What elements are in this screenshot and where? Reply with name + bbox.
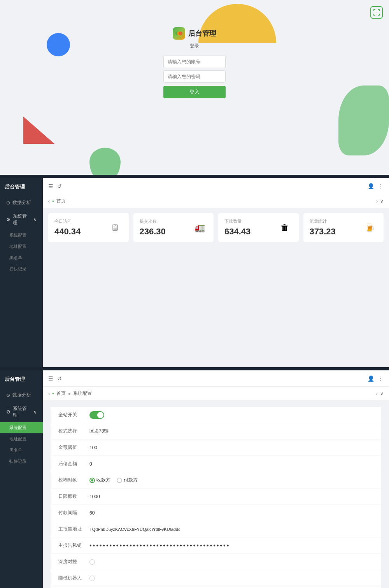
config-sidebar-sub-blacklist[interactable]: 黑名单 bbox=[0, 445, 43, 456]
stat-card-traffic: 流量统计 373.23 🍺 bbox=[303, 213, 384, 242]
collapse-icon[interactable]: ☰ bbox=[48, 183, 53, 189]
radio-payer-label: 付款方 bbox=[124, 477, 138, 483]
config-breadcrumb-dropdown-icon[interactable]: ∨ bbox=[380, 391, 384, 396]
form-row-match-object: 模糊对象 收款方 付款方 bbox=[51, 472, 381, 489]
stat-icon-traffic: 🍺 bbox=[362, 220, 377, 236]
stat-icon-visits: 🖥 bbox=[107, 220, 123, 236]
stat-icon-submissions: 🚛 bbox=[192, 220, 207, 236]
config-sidebar-sub-quick-record[interactable]: 扫快记录 bbox=[0, 456, 43, 467]
form-row-daily-limit: 日限额数 1000 bbox=[51, 489, 381, 505]
empty-area bbox=[43, 247, 389, 367]
nav-next-btn[interactable]: › bbox=[376, 199, 378, 204]
sidebar-sub-quick-record[interactable]: 扫快记录 bbox=[0, 263, 43, 275]
sys-manage-icon: ⚙ bbox=[6, 217, 11, 222]
radio-receiver-label: 收款方 bbox=[96, 477, 110, 483]
stat-card-downloads: 下载数量 634.43 🗑 bbox=[218, 213, 299, 242]
config-sidebar-sub-sys-config[interactable]: 系统配置 bbox=[0, 422, 43, 433]
config-user-icon[interactable]: 👤 bbox=[368, 375, 374, 382]
breadcrumb-dot: ● bbox=[52, 199, 54, 203]
stat-label-traffic: 流量统计 bbox=[310, 218, 336, 224]
divider-1 bbox=[0, 175, 389, 178]
sidebar-item-label-data-analysis: 数据分析 bbox=[12, 199, 31, 206]
config-nav-prev-btn[interactable]: ‹ bbox=[48, 391, 50, 396]
config-nav-next-btn[interactable]: › bbox=[376, 391, 378, 396]
login-button[interactable]: 登入 bbox=[163, 86, 226, 98]
form-row-main-key: 主报告私钥 ••••••••••••••••••••••••••••••••••… bbox=[51, 537, 381, 554]
random-machine-checkbox-input[interactable] bbox=[89, 576, 95, 581]
sidebar-item-sys-manage[interactable]: ⚙ 系统管理 ∧ bbox=[0, 209, 43, 230]
mode-select-label: 模式选择 bbox=[58, 428, 89, 434]
scan-icon[interactable] bbox=[370, 6, 383, 19]
refresh-icon[interactable]: ↺ bbox=[57, 183, 62, 189]
config-topbar-left: ☰ ↺ bbox=[48, 375, 62, 382]
mode-select-value: 区块73链 bbox=[89, 428, 373, 434]
config-sidebar-item-sys-manage[interactable]: ⚙ 系统管理 ∧ bbox=[0, 402, 43, 422]
config-sidebar-title: 后台管理 bbox=[0, 370, 43, 388]
form-row-random-machine: 随機机器人 bbox=[51, 570, 381, 586]
config-topbar-right: 👤 ⋮ bbox=[368, 375, 384, 382]
login-section: 后台管理 登录 登入 bbox=[0, 0, 389, 175]
breadcrumb-home[interactable]: 首页 bbox=[56, 198, 66, 204]
config-sidebar-sub-addr-config[interactable]: 地址配置 bbox=[0, 433, 43, 445]
config-sidebar: 后台管理 ⊙ 数据分析 ⚙ 系统管理 ∧ 系统配置 地址配置 黑名单 扫快记录 bbox=[0, 370, 43, 588]
stat-label-downloads: 下载数量 bbox=[224, 218, 251, 224]
sidebar-sub-blacklist[interactable]: 黑名单 bbox=[0, 252, 43, 263]
payment-interval-value: 60 bbox=[89, 510, 373, 516]
radio-item-receiver[interactable]: 收款方 bbox=[89, 477, 110, 483]
chevron-up-icon: ∧ bbox=[33, 217, 37, 222]
password-input[interactable] bbox=[163, 70, 226, 83]
global-switch-value bbox=[89, 411, 373, 419]
sidebar-item-label-sys-manage: 系统管理 bbox=[13, 213, 31, 226]
reward-label: 赔偿金额 bbox=[58, 461, 89, 467]
config-more-icon[interactable]: ⋮ bbox=[378, 375, 384, 382]
config-chevron-up-icon: ∧ bbox=[33, 409, 37, 415]
sidebar-item-data-analysis[interactable]: ⊙ 数据分析 bbox=[0, 196, 43, 209]
radio-payer-dot[interactable] bbox=[117, 478, 122, 483]
radio-item-payer[interactable]: 付款方 bbox=[117, 477, 138, 483]
config-breadcrumb-dot: ● bbox=[52, 392, 54, 395]
sidebar-sub-sys-config[interactable]: 系统配置 bbox=[0, 230, 43, 241]
config-sidebar-label-data-analysis: 数据分析 bbox=[12, 392, 31, 398]
reward-value: 0 bbox=[89, 461, 373, 467]
config-refresh-icon[interactable]: ↺ bbox=[57, 375, 62, 382]
amount-label: 金额阈值 bbox=[58, 444, 89, 451]
sidebar-sub-addr-config[interactable]: 地址配置 bbox=[0, 241, 43, 252]
form-submit-row: 全部提交 bbox=[51, 586, 381, 588]
match-object-label: 模糊对象 bbox=[58, 477, 89, 483]
topbar-left: ☰ ↺ bbox=[48, 183, 62, 189]
sidebar-title: 后台管理 bbox=[0, 178, 43, 196]
stat-icon-downloads: 🗑 bbox=[277, 220, 293, 236]
config-collapse-icon[interactable]: ☰ bbox=[48, 375, 53, 382]
main-address-value: TQdPnbDuyzKACVcX6FYUQaKYrt8FvKUfaddc bbox=[89, 527, 373, 532]
breadcrumb-dropdown-icon[interactable]: ∨ bbox=[380, 199, 384, 204]
data-analysis-icon: ⊙ bbox=[6, 200, 10, 206]
depth-match-label: 深度对撞 bbox=[58, 558, 89, 565]
depth-match-checkbox bbox=[89, 559, 373, 565]
username-input[interactable] bbox=[163, 56, 226, 68]
config-sidebar-label-sys-manage: 系统管理 bbox=[13, 405, 31, 419]
radio-receiver-dot[interactable] bbox=[89, 478, 95, 483]
config-breadcrumb-current: 系统配置 bbox=[73, 390, 92, 397]
config-sidebar-item-data-analysis[interactable]: ⊙ 数据分析 bbox=[0, 388, 43, 402]
stat-value-submissions: 236.30 bbox=[140, 227, 166, 237]
login-logo: 后台管理 bbox=[156, 27, 233, 40]
login-title: 后台管理 bbox=[188, 29, 216, 38]
logo-icon bbox=[173, 27, 185, 40]
user-icon[interactable]: 👤 bbox=[368, 183, 374, 189]
amount-value: 100 bbox=[89, 445, 373, 450]
sidebar: 后台管理 ⊙ 数据分析 ⚙ 系统管理 ∧ 系统配置 地址配置 黑名单 扫快记录 bbox=[0, 178, 43, 367]
stat-label-visits: 今日访问 bbox=[54, 218, 81, 224]
nav-prev-btn[interactable]: ‹ bbox=[48, 199, 50, 204]
form-row-depth-match: 深度对撞 bbox=[51, 554, 381, 570]
stat-card-visits: 今日访问 440.34 🖥 bbox=[48, 213, 129, 242]
deco-blue-circle bbox=[47, 33, 70, 56]
config-form: 全站开关 模式选择 区块73链 金额阈值 100 赔偿金额 bbox=[51, 407, 381, 588]
form-row-global-switch: 全站开关 bbox=[51, 407, 381, 423]
depth-match-checkbox-input[interactable] bbox=[89, 559, 95, 565]
main-address-label: 主报告地址 bbox=[58, 526, 89, 532]
config-breadcrumb-home[interactable]: 首页 bbox=[56, 390, 66, 397]
config-sys-manage-icon: ⚙ bbox=[6, 409, 11, 415]
global-switch-toggle[interactable] bbox=[89, 411, 104, 419]
more-icon[interactable]: ⋮ bbox=[378, 183, 384, 189]
match-object-radios: 收款方 付款方 bbox=[89, 477, 373, 483]
